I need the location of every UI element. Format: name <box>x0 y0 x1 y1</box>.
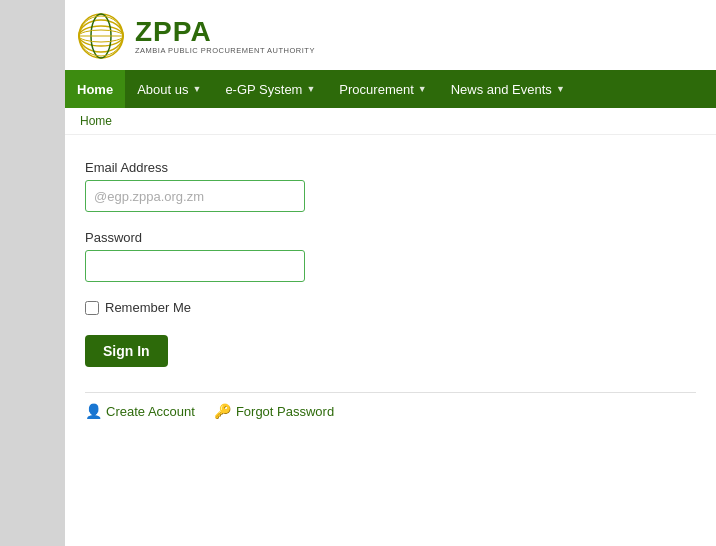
nav-item-egp[interactable]: e-GP System ▼ <box>213 70 327 108</box>
chevron-down-icon: ▼ <box>418 84 427 94</box>
logo-zppa-text: ZPPA <box>135 18 315 46</box>
password-label: Password <box>85 230 696 245</box>
nav-item-about[interactable]: About us ▼ <box>125 70 213 108</box>
nav-bar: Home About us ▼ e-GP System ▼ Procuremen… <box>65 70 716 108</box>
forgot-password-link[interactable]: 🔑 Forgot Password <box>215 403 334 419</box>
breadcrumb-home-link[interactable]: Home <box>80 114 112 128</box>
sign-in-button[interactable]: Sign In <box>85 335 168 367</box>
header: ZPPA ZAMBIA PUBLIC PROCUREMENT AUTHORITY <box>65 0 716 70</box>
nav-item-procurement[interactable]: Procurement ▼ <box>327 70 438 108</box>
chevron-down-icon: ▼ <box>192 84 201 94</box>
logo-subtitle-text: ZAMBIA PUBLIC PROCUREMENT AUTHORITY <box>135 46 315 55</box>
email-input[interactable] <box>85 180 305 212</box>
left-sidebar <box>0 0 65 546</box>
main-content: ZPPA ZAMBIA PUBLIC PROCUREMENT AUTHORITY… <box>65 0 716 546</box>
breadcrumb: Home <box>65 108 716 135</box>
remember-me-checkbox[interactable] <box>85 301 99 315</box>
remember-me-label: Remember Me <box>105 300 191 315</box>
key-icon: 🔑 <box>215 403 231 419</box>
create-account-link[interactable]: 👤 Create Account <box>85 403 195 419</box>
password-group: Password <box>85 230 696 282</box>
chevron-down-icon: ▼ <box>306 84 315 94</box>
logo-container: ZPPA ZAMBIA PUBLIC PROCUREMENT AUTHORITY <box>75 10 315 62</box>
password-input[interactable] <box>85 250 305 282</box>
chevron-down-icon: ▼ <box>556 84 565 94</box>
logo-icon <box>75 10 127 62</box>
email-group: Email Address <box>85 160 696 212</box>
remember-me-group: Remember Me <box>85 300 696 315</box>
nav-item-home[interactable]: Home <box>65 70 125 108</box>
email-label: Email Address <box>85 160 696 175</box>
form-area: Email Address Password Remember Me Sign … <box>65 135 716 439</box>
person-icon: 👤 <box>85 403 101 419</box>
bottom-links: 👤 Create Account 🔑 Forgot Password <box>85 392 696 419</box>
logo-text: ZPPA ZAMBIA PUBLIC PROCUREMENT AUTHORITY <box>135 18 315 55</box>
nav-item-news[interactable]: News and Events ▼ <box>439 70 577 108</box>
